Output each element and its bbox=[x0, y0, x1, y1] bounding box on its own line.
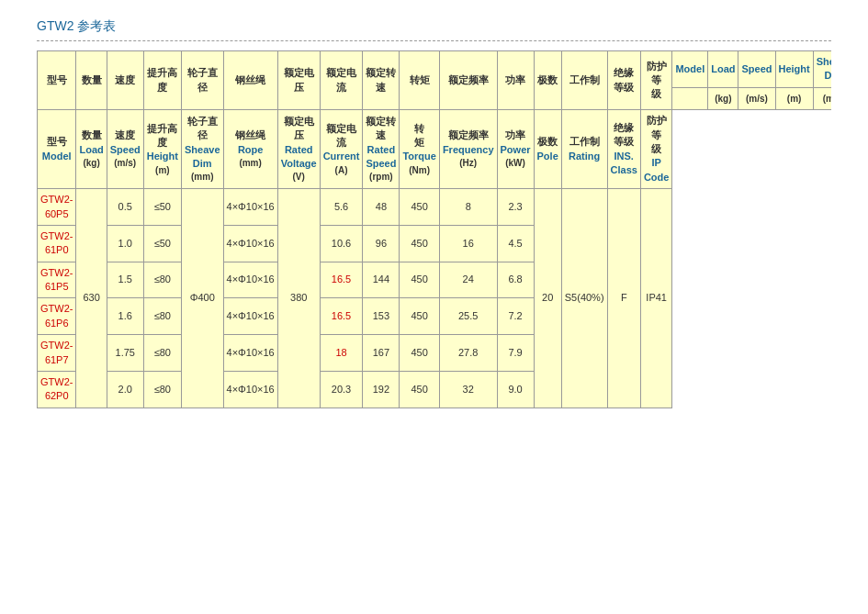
cell-rope: 4×Φ10×16 bbox=[223, 372, 277, 408]
col-header-zh-7: 额定电流 bbox=[320, 51, 363, 110]
col-header-unit-4: (mm) bbox=[813, 87, 831, 109]
col-header-14: 绝缘等级INS.Class bbox=[607, 110, 640, 189]
col-header-3: 提升高度Height(m) bbox=[143, 110, 181, 189]
col-header-zh-10: 额定频率 bbox=[439, 51, 497, 110]
reference-table: 型号数量速度提升高度轮子直径钢丝绳额定电压额定电流额定转速转矩额定频率功率极数工… bbox=[37, 50, 831, 408]
cell-rpm: 96 bbox=[363, 225, 400, 262]
col-header-en-3: Height bbox=[775, 51, 813, 88]
col-header-en-1: Load bbox=[708, 51, 738, 88]
col-header-12: 极数Pole bbox=[534, 110, 561, 189]
cell-rpm: 48 bbox=[363, 189, 400, 226]
cell-rope: 4×Φ10×16 bbox=[223, 298, 277, 335]
cell-rpm: 153 bbox=[363, 298, 400, 335]
table-row: GTW2-61P01.0≤504×Φ10×1610.696450164.5 bbox=[38, 225, 832, 262]
cell-current: 16.5 bbox=[320, 262, 363, 298]
cell-model: GTW2-61P0 bbox=[38, 225, 76, 262]
cell-power: 6.8 bbox=[497, 262, 534, 298]
cell-rpm: 192 bbox=[363, 372, 400, 408]
col-header-zh-8: 额定转速 bbox=[363, 51, 400, 110]
cell-torque: 450 bbox=[400, 298, 439, 335]
col-header-zh-13: 工作制 bbox=[561, 51, 607, 110]
col-header-0: 型号Model bbox=[38, 110, 76, 189]
col-header-unit-2: (m/s) bbox=[738, 87, 775, 109]
cell-current: 5.6 bbox=[320, 189, 363, 226]
cell-frequency: 32 bbox=[439, 372, 497, 408]
cell-model: GTW2-60P5 bbox=[38, 189, 76, 226]
cell-speed: 2.0 bbox=[107, 372, 143, 408]
cell-speed: 1.75 bbox=[107, 335, 143, 372]
cell-current: 16.5 bbox=[320, 298, 363, 335]
cell-height: ≤50 bbox=[143, 189, 181, 226]
col-header-zh-15: 防护等级 bbox=[640, 51, 672, 110]
cell-rope: 4×Φ10×16 bbox=[223, 335, 277, 372]
col-header-6: 额定电压RatedVoltage(V) bbox=[277, 110, 320, 189]
cell-rpm: 167 bbox=[363, 335, 400, 372]
table-row: GTW2-61P61.6≤804×Φ10×1616.515345025.57.2 bbox=[38, 298, 832, 335]
col-header-8: 额定转速RatedSpeed(rpm) bbox=[363, 110, 400, 189]
col-header-10: 额定频率Frequency(Hz) bbox=[439, 110, 497, 189]
col-header-11: 功率Power(kW) bbox=[497, 110, 534, 189]
cell-current: 10.6 bbox=[320, 225, 363, 262]
cell-torque: 450 bbox=[400, 372, 439, 408]
cell-frequency: 25.5 bbox=[439, 298, 497, 335]
cell-power: 2.3 bbox=[497, 189, 534, 226]
col-header-zh-6: 额定电压 bbox=[277, 51, 320, 110]
cell-speed: 1.0 bbox=[107, 225, 143, 262]
table-container: 型号数量速度提升高度轮子直径钢丝绳额定电压额定电流额定转速转矩额定频率功率极数工… bbox=[37, 50, 831, 408]
col-header-zh-1: 数量 bbox=[76, 51, 107, 110]
cell-power: 9.0 bbox=[497, 372, 534, 408]
cell-height: ≤50 bbox=[143, 225, 181, 262]
cell-model: GTW2-61P5 bbox=[38, 262, 76, 298]
col-header-zh-14: 绝缘等级 bbox=[607, 51, 640, 110]
cell-rope: 4×Φ10×16 bbox=[223, 189, 277, 226]
col-header-9: 转矩Torque(Nm) bbox=[400, 110, 439, 189]
cell-load: 630 bbox=[76, 189, 107, 408]
cell-rpm: 144 bbox=[363, 262, 400, 298]
table-row: GTW2-61P71.75≤804×Φ10×161816745027.87.9 bbox=[38, 335, 832, 372]
cell-speed: 1.6 bbox=[107, 298, 143, 335]
cell-power: 7.2 bbox=[497, 298, 534, 335]
col-header-zh-12: 极数 bbox=[534, 51, 561, 110]
cell-torque: 450 bbox=[400, 262, 439, 298]
cell-torque: 450 bbox=[400, 335, 439, 372]
cell-rating: S5(40%) bbox=[561, 189, 607, 408]
cell-current: 20.3 bbox=[320, 372, 363, 408]
cell-height: ≤80 bbox=[143, 335, 181, 372]
cell-power: 4.5 bbox=[497, 225, 534, 262]
col-header-en-0: Model bbox=[672, 51, 708, 88]
cell-rope: 4×Φ10×16 bbox=[223, 262, 277, 298]
col-header-1: 数量Load(kg) bbox=[76, 110, 107, 189]
col-header-zh-5: 钢丝绳 bbox=[223, 51, 277, 110]
col-header-en-4: SheaveDim bbox=[813, 51, 831, 88]
cell-ip-code: IP41 bbox=[640, 189, 672, 408]
col-header-5: 钢丝绳Rope(mm) bbox=[223, 110, 277, 189]
col-header-unit-1: (kg) bbox=[708, 87, 738, 109]
col-header-en-2: Speed bbox=[738, 51, 775, 88]
col-header-unit-0 bbox=[672, 87, 708, 109]
cell-speed: 1.5 bbox=[107, 262, 143, 298]
cell-rope: 4×Φ10×16 bbox=[223, 225, 277, 262]
cell-current: 18 bbox=[320, 335, 363, 372]
col-header-13: 工作制Rating bbox=[561, 110, 607, 189]
table-row: GTW2-61P51.5≤804×Φ10×1616.5144450246.8 bbox=[38, 262, 832, 298]
cell-torque: 450 bbox=[400, 225, 439, 262]
col-header-zh-4: 轮子直径 bbox=[181, 51, 223, 110]
col-header-15: 防护等级IP Code bbox=[640, 110, 672, 189]
col-header-zh-9: 转矩 bbox=[400, 51, 439, 110]
cell-model: GTW2-61P6 bbox=[38, 298, 76, 335]
cell-height: ≤80 bbox=[143, 262, 181, 298]
col-header-zh-11: 功率 bbox=[497, 51, 534, 110]
col-header-4: 轮子直径SheaveDim(mm) bbox=[181, 110, 223, 189]
cell-pole: 20 bbox=[534, 189, 561, 408]
cell-frequency: 24 bbox=[439, 262, 497, 298]
col-header-unit-3: (m) bbox=[775, 87, 813, 109]
col-header-7: 额定电流Current(A) bbox=[320, 110, 363, 189]
col-header-zh-2: 速度 bbox=[107, 51, 143, 110]
col-header-zh-0: 型号 bbox=[38, 51, 76, 110]
table-row: GTW2-60P56300.5≤50Φ4004×Φ10×163805.64845… bbox=[38, 189, 832, 226]
cell-sheave: Φ400 bbox=[181, 189, 223, 408]
page-title: GTW2 参考表 bbox=[37, 18, 831, 41]
cell-frequency: 27.8 bbox=[439, 335, 497, 372]
cell-ins-class: F bbox=[607, 189, 640, 408]
table-row: GTW2-62P02.0≤804×Φ10×1620.3192450329.0 bbox=[38, 372, 832, 408]
